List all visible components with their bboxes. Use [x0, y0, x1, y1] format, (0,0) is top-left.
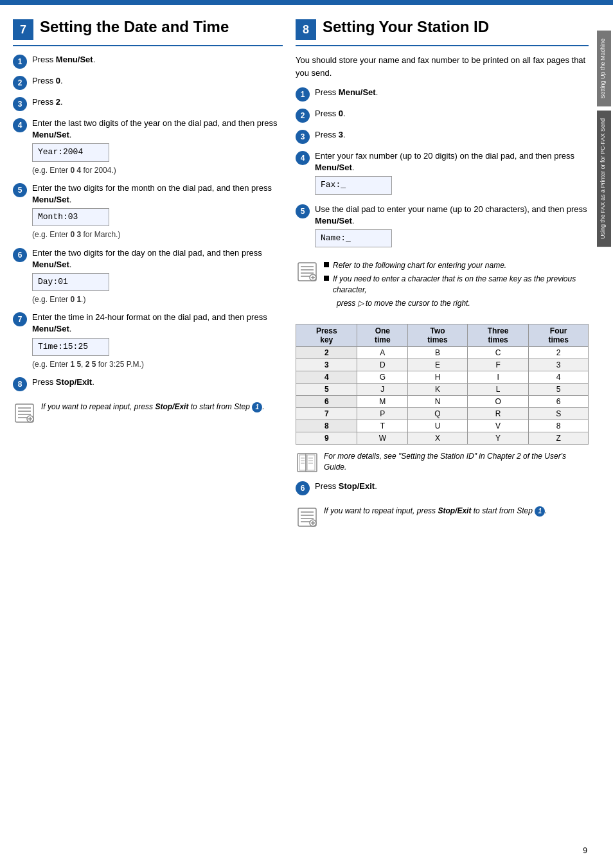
step-7-2: 2 Press 0. [13, 75, 283, 90]
example-month: (e.g. Enter 0 3 for March.) [32, 230, 120, 239]
note-7: If you want to repeat input, press Stop/… [13, 398, 283, 429]
table-cell: H [408, 371, 468, 384]
bullet-notes-container: Refer to the following chart for enterin… [324, 260, 589, 314]
page-number: 9 [583, 846, 587, 855]
step-content-7-4: Enter the last two digits of the year on… [32, 118, 283, 176]
table-cell: 3 [296, 359, 357, 371]
table-cell: G [357, 371, 408, 384]
step-content-7-7: Enter the time in 24-hour format on the … [32, 312, 283, 370]
table-row: 2ABC2 [296, 347, 589, 359]
display-name: Name:_ [315, 229, 392, 247]
table-row: 3DEF3 [296, 359, 589, 371]
table-cell: 8 [296, 420, 357, 432]
step-8-4: 4 Enter your fax number (up to 20 digits… [296, 150, 589, 197]
step-content-8-4: Enter your fax number (up to 20 digits) … [315, 150, 589, 197]
step-circle-7-4: 4 [13, 118, 27, 132]
note-icon-8 [296, 506, 319, 529]
step-circle-8-5: 5 [296, 204, 310, 218]
step-7-7: 7 Enter the time in 24-hour format on th… [13, 312, 283, 370]
display-fax: Fax:_ [315, 176, 392, 194]
display-year: Year:2004 [32, 143, 109, 161]
step-circle-8-2: 2 [296, 109, 310, 123]
section-7-header: 7 Setting the Date and Time [13, 18, 283, 46]
side-tab-setting-up: Setting Up the Machine [597, 31, 611, 107]
svg-rect-17 [299, 455, 306, 470]
step-8-1: 1 Press Menu/Set. [296, 87, 589, 102]
table-cell: D [357, 359, 408, 371]
bullets-note-8: Refer to the following chart for enterin… [296, 256, 589, 317]
col-four-times: Fourtimes [529, 324, 589, 347]
table-cell: 5 [529, 384, 589, 396]
step-content-8-1: Press Menu/Set. [315, 87, 589, 98]
step-circle-7-7: 7 [13, 312, 27, 326]
book-note-8: For more details, see "Setting the Stati… [296, 451, 589, 474]
col-two-times: Twotimes [408, 324, 468, 347]
col-three-times: Threetimes [467, 324, 528, 347]
table-cell: O [467, 396, 528, 408]
table-cell: V [467, 420, 528, 432]
table-cell: 5 [296, 384, 357, 396]
note-icon-7 [13, 402, 36, 425]
cursor-note: press ▷ to move the cursor to the right. [337, 298, 589, 309]
note-text-7: If you want to repeat input, press Stop/… [41, 402, 265, 412]
table-cell: F [467, 359, 528, 371]
step-content-7-8: Press Stop/Exit. [32, 376, 283, 388]
step-7-8: 8 Press Stop/Exit. [13, 376, 283, 391]
step-circle-7-3: 3 [13, 97, 27, 111]
table-cell: S [529, 408, 589, 420]
step-content-7-2: Press 0. [32, 75, 283, 87]
step-7-5: 5 Enter the two digits for the month on … [13, 182, 283, 241]
step-8-5: 5 Use the dial pad to enter your name (u… [296, 204, 589, 251]
bullet-text-2: If you need to enter a character that is… [333, 274, 589, 296]
note-text-8: If you want to repeat input, press Stop/… [324, 506, 547, 517]
table-cell: 9 [296, 432, 357, 445]
table-cell: Y [467, 432, 528, 445]
book-icon-8 [296, 451, 319, 474]
step-content-8-5: Use the dial pad to enter your name (up … [315, 204, 589, 251]
bullet-note-1: Refer to the following chart for enterin… [324, 260, 589, 271]
section-8-intro: You should store your name and fax numbe… [296, 54, 589, 79]
table-cell: 2 [529, 347, 589, 359]
step-7-1: 1 Press Menu/Set. [13, 54, 283, 69]
table-cell: P [357, 408, 408, 420]
section-8-title: Setting Your Station ID [323, 18, 489, 37]
table-cell: C [467, 347, 528, 359]
table-cell: R [467, 408, 528, 420]
side-tab-fax-printer: Using the FAX as a Printer or for PC-FAX… [597, 111, 611, 247]
step-content-8-2: Press 0. [315, 108, 589, 120]
section-8-number: 8 [296, 19, 316, 40]
table-cell: I [467, 371, 528, 384]
table-cell: N [408, 396, 468, 408]
table-cell: E [408, 359, 468, 371]
step-content-7-3: Press 2. [32, 96, 283, 108]
display-month: Month:03 [32, 208, 109, 226]
table-cell: B [408, 347, 468, 359]
step-circle-8-4: 4 [296, 151, 310, 165]
table-cell: 4 [529, 371, 589, 384]
pencil-icon-8 [296, 260, 319, 283]
table-row: 5JKL5 [296, 384, 589, 396]
table-row: 8TUV8 [296, 420, 589, 432]
table-row: 7PQRS [296, 408, 589, 420]
table-cell: T [357, 420, 408, 432]
table-cell: J [357, 384, 408, 396]
svg-rect-18 [307, 455, 315, 470]
table-cell: U [408, 420, 468, 432]
table-row: 4GHI4 [296, 371, 589, 384]
table-cell: K [408, 384, 468, 396]
note-8: If you want to repeat input, press Stop/… [296, 502, 589, 533]
section-7-container: 7 Setting the Date and Time 1 Press Menu… [13, 18, 283, 855]
book-text-8: For more details, see "Setting the Stati… [324, 451, 589, 473]
example-time: (e.g. Enter 1 5, 2 5 for 3:25 P.M.) [32, 360, 144, 369]
col-press-key: Presskey [296, 324, 357, 347]
example-year: (e.g. Enter 0 4 for 2004.) [32, 166, 116, 175]
step-content-7-1: Press Menu/Set. [32, 54, 283, 66]
col-one-time: Onetime [357, 324, 408, 347]
step-7-3: 3 Press 2. [13, 96, 283, 111]
table-cell: 8 [529, 420, 589, 432]
bullet-note-2: If you need to enter a character that is… [324, 274, 589, 296]
table-cell: 2 [296, 347, 357, 359]
section-8-container: 8 Setting Your Station ID You should sto… [296, 18, 589, 855]
step-8-3: 3 Press 3. [296, 129, 589, 144]
table-cell: Q [408, 408, 468, 420]
